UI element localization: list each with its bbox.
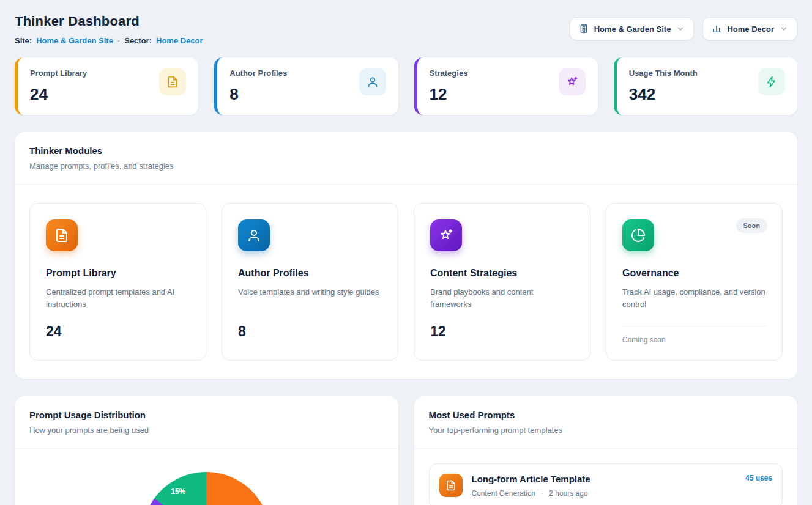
dashboard-page: Thinker Dashboard Site: Home & Garden Si… <box>0 0 812 505</box>
chevron-down-icon <box>676 24 685 33</box>
module-title: Prompt Library <box>46 268 190 279</box>
stat-card-author-profiles[interactable]: Author Profiles 8 <box>214 57 398 115</box>
module-card-author-profiles[interactable]: Author Profiles Voice templates and writ… <box>222 203 398 361</box>
prompt-time: 2 hours ago <box>549 489 587 498</box>
stat-card-prompt-library[interactable]: Prompt Library 24 <box>15 57 198 115</box>
module-card-governance[interactable]: Soon Governance Track AI usage, complian… <box>606 203 783 361</box>
prompt-meta: Content Generation · 2 hours ago <box>472 489 736 498</box>
coming-soon-note: Coming soon <box>622 326 766 344</box>
usage-panel-head: Prompt Usage Distribution How your promp… <box>15 396 398 448</box>
sparkle-star-icon <box>559 68 586 95</box>
bar-chart-icon <box>712 24 721 34</box>
stat-value: 342 <box>629 85 698 104</box>
site-link[interactable]: Home & Garden Site <box>36 36 113 45</box>
stat-text: Usage This Month 342 <box>629 68 698 104</box>
prompt-category: Content Generation <box>472 489 536 498</box>
stat-label: Author Profiles <box>229 68 287 78</box>
usage-distribution-panel: Prompt Usage Distribution How your promp… <box>15 396 398 505</box>
most-used-prompts-panel: Most Used Prompts Your top-performing pr… <box>414 396 798 505</box>
stat-value: 8 <box>229 85 287 104</box>
document-icon <box>46 219 78 251</box>
user-icon <box>238 219 270 251</box>
header-left: Thinker Dashboard Site: Home & Garden Si… <box>15 13 203 45</box>
site-label: Site: <box>15 36 32 45</box>
modules-title: Thinker Modules <box>29 146 783 156</box>
chart-area: 15% <box>15 449 398 505</box>
donut-segment-label: 15% <box>171 487 185 496</box>
sector-selector-label: Home Decor <box>727 24 774 34</box>
user-icon <box>359 68 386 95</box>
stat-label: Strategies <box>430 68 468 78</box>
site-selector-label: Home & Garden Site <box>594 24 671 34</box>
module-card-prompt-library[interactable]: Prompt Library Centralized prompt templa… <box>29 203 206 361</box>
most-used-subtitle: Your top-performing prompt templates <box>429 426 783 435</box>
usage-donut-chart: 15% <box>142 472 270 505</box>
stat-card-strategies[interactable]: Strategies 12 <box>414 57 598 115</box>
sector-link[interactable]: Home Decor <box>156 36 203 45</box>
modules-panel-head: Thinker Modules Manage prompts, profiles… <box>15 132 797 184</box>
stat-label: Prompt Library <box>30 68 87 78</box>
page-title: Thinker Dashboard <box>15 13 203 29</box>
module-description: Track AI usage, compliance, and version … <box>622 286 766 311</box>
sector-label: Sector: <box>124 36 152 45</box>
bottom-row: Prompt Usage Distribution How your promp… <box>15 396 797 505</box>
module-count: 24 <box>46 323 190 340</box>
stat-card-usage[interactable]: Usage This Month 342 <box>614 57 797 115</box>
stat-text: Author Profiles 8 <box>229 68 287 104</box>
stats-row: Prompt Library 24 Author Profiles 8 Stra… <box>15 57 797 115</box>
module-title: Governance <box>622 268 766 279</box>
header-selectors: Home & Garden Site Home Decor <box>570 17 797 40</box>
most-used-title: Most Used Prompts <box>429 410 783 420</box>
modules-subtitle: Manage prompts, profiles, and strategies <box>29 161 783 171</box>
prompt-info: Long-form Article Template Content Gener… <box>472 474 736 498</box>
soon-badge: Soon <box>736 218 768 233</box>
sparkle-star-icon <box>430 219 462 251</box>
module-card-content-strategies[interactable]: Content Strategies Brand playbooks and c… <box>414 203 590 361</box>
breadcrumb: Site: Home & Garden Site · Sector: Home … <box>15 36 203 45</box>
prompt-list-item[interactable]: Long-form Article Template Content Gener… <box>429 463 783 505</box>
usage-panel-subtitle: How your prompts are being used <box>29 426 384 435</box>
document-icon <box>439 474 463 497</box>
module-description: Voice templates and writing style guides <box>238 286 382 311</box>
separator: · <box>117 36 120 45</box>
separator: · <box>541 489 543 498</box>
prompt-uses-badge: 45 uses <box>745 474 772 482</box>
module-count: 8 <box>238 323 382 340</box>
modules-panel: Thinker Modules Manage prompts, profiles… <box>15 132 797 379</box>
pie-chart-icon <box>622 219 654 251</box>
stat-value: 12 <box>430 85 468 104</box>
prompt-title: Long-form Article Template <box>472 474 736 484</box>
module-count: 12 <box>430 323 574 340</box>
module-title: Content Strategies <box>430 268 574 279</box>
document-icon <box>159 68 186 95</box>
chevron-down-icon <box>780 24 788 33</box>
module-title: Author Profiles <box>238 268 382 279</box>
stat-label: Usage This Month <box>629 68 698 78</box>
building-icon <box>579 24 589 34</box>
stat-text: Strategies 12 <box>430 68 468 104</box>
divider <box>414 448 798 449</box>
top-bar: Thinker Dashboard Site: Home & Garden Si… <box>15 13 797 45</box>
usage-panel-title: Prompt Usage Distribution <box>29 410 384 420</box>
site-selector-dropdown[interactable]: Home & Garden Site <box>570 17 695 40</box>
lightning-icon <box>758 68 785 95</box>
stat-value: 24 <box>30 85 87 104</box>
stat-text: Prompt Library 24 <box>30 68 87 104</box>
most-used-panel-head: Most Used Prompts Your top-performing pr… <box>414 396 798 448</box>
module-description: Centralized prompt templates and AI inst… <box>46 286 190 311</box>
module-description: Brand playbooks and content frameworks <box>430 286 574 311</box>
sector-selector-dropdown[interactable]: Home Decor <box>702 17 797 40</box>
modules-grid: Prompt Library Centralized prompt templa… <box>15 185 797 379</box>
